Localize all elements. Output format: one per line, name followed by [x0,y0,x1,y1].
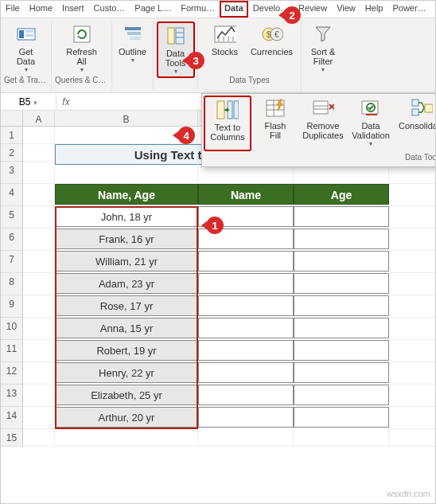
tab-insert[interactable]: Insert [57,1,89,18]
svg-text:€: € [274,30,279,39]
tab-power[interactable]: Power… [387,1,430,18]
remove-duplicates-icon [312,97,334,119]
tab-data[interactable]: Data [220,1,248,18]
currencies-icon: $€ [261,23,283,45]
callout-2: 2 [283,6,301,24]
tab-page-layout[interactable]: Page L… [130,1,176,18]
get-data-button[interactable]: Get Data ▾ [7,21,45,75]
consolidate-button[interactable]: Consolidate [395,96,436,151]
data-cell[interactable] [294,229,389,249]
svg-rect-23 [234,101,239,119]
svg-rect-4 [74,26,90,42]
svg-rect-24 [267,100,284,116]
svg-rect-36 [412,100,418,106]
data-tools-button[interactable]: Data Tools ▾ [157,21,195,78]
currencies-button[interactable]: $€ Currencies [247,21,297,58]
text-to-columns-button[interactable]: Text to Columns [204,96,251,151]
data-cell[interactable]: Elizabeth, 25 yr [55,385,198,405]
outline-button[interactable]: Outline ▾ [114,21,152,65]
row-header[interactable]: 7 [1,251,23,273]
data-cell[interactable] [294,340,389,361]
svg-rect-8 [168,28,174,44]
data-validation-button[interactable]: Data Validation ▾ [347,96,395,151]
row-header[interactable]: 10 [1,318,23,340]
data-cell[interactable] [294,206,389,227]
svg-rect-37 [412,109,418,115]
consolidate-icon [411,97,433,119]
refresh-all-button[interactable]: Refresh All ▾ [63,21,101,75]
data-cell[interactable] [198,340,294,361]
outline-icon [122,23,144,45]
tab-help[interactable]: Help [360,1,388,18]
stocks-icon [214,23,236,45]
row-header[interactable]: 15 [1,429,23,447]
row-header[interactable]: 14 [1,407,23,429]
row-header[interactable]: 6 [1,229,23,251]
data-cell[interactable] [198,385,294,405]
data-cell[interactable]: Robert, 19 yr [55,340,198,361]
data-cell[interactable] [294,273,389,294]
data-cell[interactable]: William, 21 yr [55,251,198,272]
svg-rect-7 [130,37,141,40]
chevron-down-icon: ▾ [174,68,177,75]
data-cell[interactable] [198,295,294,316]
chevron-down-icon: ▾ [321,66,325,73]
tab-customize[interactable]: Custo… [89,1,130,18]
tab-view[interactable]: View [332,1,360,18]
data-cell[interactable]: Adam, 23 yr [55,273,198,294]
row-header[interactable]: 13 [1,385,23,407]
data-cell[interactable]: Anna, 15 yr [55,318,198,338]
data-cell[interactable] [198,362,294,383]
data-cell[interactable] [198,273,294,294]
flash-fill-button[interactable]: Flash Fill [251,96,299,151]
flash-fill-icon [264,97,286,119]
data-tools-group-label: Data Tools [204,151,436,165]
callout-3: 3 [187,52,204,69]
row-header[interactable]: 4 [1,184,23,206]
row-header[interactable]: 1 [1,127,23,144]
data-cell[interactable]: Rose, 17 yr [55,295,198,316]
data-cell[interactable]: Frank, 16 yr [55,229,198,249]
row-header[interactable]: 12 [1,362,23,385]
row-header[interactable]: 5 [1,206,23,229]
row-header[interactable]: 2 [1,144,23,162]
data-cell[interactable]: Henry, 22 yr [55,362,198,383]
sort-filter-button[interactable]: Sort & Filter ▾ [304,21,342,75]
data-cell[interactable] [294,407,389,428]
svg-rect-3 [25,34,33,37]
data-cell[interactable] [198,318,294,338]
tab-home[interactable]: Home [25,1,57,18]
row-header[interactable]: 8 [1,273,23,295]
data-cell[interactable] [294,362,389,383]
col-header-b[interactable]: B [55,111,198,127]
data-cell[interactable] [294,251,389,272]
callout-4: 4 [177,127,195,144]
sort-filter-icon [312,23,334,45]
get-data-icon [15,23,37,45]
refresh-icon [71,23,93,45]
row-header[interactable]: 9 [1,295,23,318]
tab-file[interactable]: File [1,1,25,18]
data-cell[interactable] [198,407,294,428]
text-to-columns-icon [216,99,239,121]
data-cell[interactable] [294,295,389,316]
data-cell[interactable] [294,318,389,338]
stocks-button[interactable]: Stocks [203,21,247,58]
table-header[interactable]: Age [294,184,389,205]
data-cell[interactable] [294,385,389,405]
data-tools-popout: Text to Columns Flash Fill Remove Duplic… [201,93,436,167]
fx-icon[interactable]: fx [56,96,76,107]
remove-duplicates-button[interactable]: Remove Duplicates [299,96,347,151]
select-all-corner[interactable] [1,111,23,127]
table-header[interactable]: Name [198,184,294,205]
row-header[interactable]: 3 [1,162,23,184]
row-header[interactable]: 11 [1,340,23,362]
data-cell[interactable]: John, 18 yr [55,206,198,227]
col-header-a[interactable]: A [23,111,55,127]
table-header[interactable]: Name, Age [55,184,198,205]
watermark: wsxdn.com [387,489,430,498]
data-cell[interactable]: Arthur, 20 yr [55,407,198,428]
tab-formulas[interactable]: Formu… [176,1,220,18]
data-cell[interactable] [198,251,294,272]
name-box[interactable]: B5▾ [1,95,56,109]
